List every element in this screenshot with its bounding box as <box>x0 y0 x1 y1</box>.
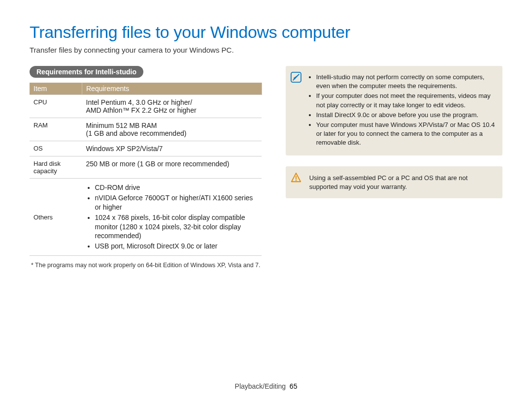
footer-page-number: 65 <box>290 382 298 390</box>
doc-page: Transferring files to your Windows compu… <box>0 0 532 401</box>
table-row: OS Windows XP SP2/Vista/7 <box>30 141 262 156</box>
row-item-hard-disk: Hard disk capacity <box>30 156 82 179</box>
req-line: Intel Pentium 4, 3.0 GHz or higher/ <box>86 98 193 106</box>
note-item: Install DirectX 9.0c or above before you… <box>316 111 496 120</box>
footer-section: Playback/Editing <box>235 382 286 390</box>
page-footer: Playback/Editing 65 <box>0 382 532 390</box>
req-bullet: USB port, Microsoft DirectX 9.0c or late… <box>95 242 258 251</box>
svg-point-3 <box>296 180 297 181</box>
page-title: Transferring files to your Windows compu… <box>30 23 502 42</box>
note-box: Intelli-studio may not perform correctly… <box>286 66 502 155</box>
req-line: (1 GB and above recommended) <box>86 129 187 137</box>
content-columns: Requirements for Intelli-studio Item Req… <box>30 66 502 269</box>
note-icon <box>291 72 301 83</box>
req-bullet: 1024 x 768 pixels, 16-bit color display … <box>95 213 258 241</box>
footnote: * The programs may not work properly on … <box>30 262 262 269</box>
row-req-cpu: Intel Pentium 4, 3.0 GHz or higher/ AMD … <box>82 95 262 118</box>
table-row: RAM Minimum 512 MB RAM (1 GB and above r… <box>30 118 262 141</box>
req-bullet: CD-ROM drive <box>95 183 258 192</box>
req-line: 250 MB or more (1 GB or more recommended… <box>86 160 230 168</box>
note-list: Intelli-studio may not perform correctly… <box>309 73 496 148</box>
warning-text: Using a self-assembled PC or a PC and OS… <box>309 172 496 191</box>
row-item-others: Others <box>30 179 82 256</box>
col-header-item: Item <box>30 83 82 95</box>
row-item-ram: RAM <box>30 118 82 141</box>
row-req-others: CD-ROM drive nVIDIA Geforce 7600GT or hi… <box>82 179 262 256</box>
note-item: Intelli-studio may not perform correctly… <box>316 73 496 91</box>
req-line: AMD Athlon™ FX 2.2 GHz or higher <box>86 106 197 114</box>
requirements-heading-pill: Requirements for Intelli-studio <box>30 66 143 78</box>
row-req-ram: Minimum 512 MB RAM (1 GB and above recom… <box>82 118 262 141</box>
row-item-cpu: CPU <box>30 95 82 118</box>
note-item: Your computer must have Windows XP/Vista… <box>316 121 496 148</box>
warning-icon <box>291 172 301 183</box>
table-row: Others CD-ROM drive nVIDIA Geforce 7600G… <box>30 179 262 256</box>
req-line: Windows XP SP2/Vista/7 <box>86 145 163 153</box>
table-row: Hard disk capacity 250 MB or more (1 GB … <box>30 156 262 179</box>
left-column: Requirements for Intelli-studio Item Req… <box>30 66 262 269</box>
col-header-requirements: Requirements <box>82 83 262 95</box>
note-item: If your computer does not meet the requi… <box>316 92 496 109</box>
row-item-os: OS <box>30 141 82 156</box>
right-column: Intelli-studio may not perform correctly… <box>286 66 502 269</box>
requirements-table: Item Requirements CPU Intel Pentium 4, 3… <box>30 83 262 256</box>
req-line: Minimum 512 MB RAM <box>86 122 157 129</box>
table-row: CPU Intel Pentium 4, 3.0 GHz or higher/ … <box>30 95 262 118</box>
req-bullet: nVIDIA Geforce 7600GT or higher/ATI X160… <box>95 193 258 212</box>
row-req-os: Windows XP SP2/Vista/7 <box>82 141 262 156</box>
row-req-hard-disk: 250 MB or more (1 GB or more recommended… <box>82 156 262 179</box>
warning-box: Using a self-assembled PC or a PC and OS… <box>286 166 502 198</box>
page-subtitle: Transfer files by connecting your camera… <box>30 46 502 54</box>
